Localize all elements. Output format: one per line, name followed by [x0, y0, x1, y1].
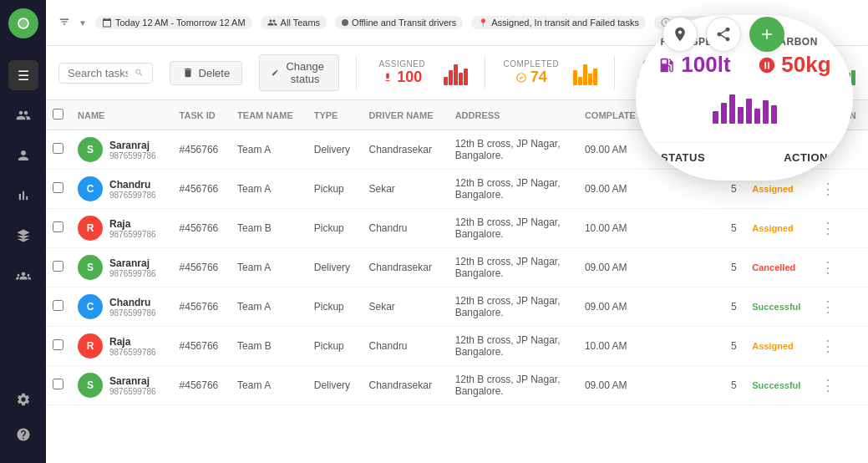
action-dots-5[interactable]: ⋮	[820, 338, 837, 354]
topbar-arrow-icon: ▼	[79, 18, 87, 28]
sidebar-item-team[interactable]	[8, 100, 38, 130]
driver-phone-3: 9876599786	[109, 269, 156, 278]
row-checkbox-3[interactable]	[53, 261, 63, 272]
topbar-driver-filter: Offline and Transit drivers	[352, 18, 456, 28]
search-box[interactable]	[58, 63, 153, 84]
driver-phone-6: 9876599786	[109, 387, 156, 396]
row-checkbox-cell-0	[46, 130, 71, 170]
row-checkbox-cell-2	[46, 209, 71, 248]
row-checkbox-4[interactable]	[53, 300, 63, 311]
topbar-date-badge[interactable]: Today 12 AM - Tomorrow 12 AM	[95, 16, 252, 29]
table-row: C Chandru 9876599786 #456766 Team A Pick…	[46, 287, 868, 327]
row-status-3: Cancelled	[745, 248, 814, 287]
row-date-3: 09.00 AM	[578, 248, 724, 287]
row-address-2: 12th B cross, JP Nagar, Bangalore.	[449, 209, 578, 248]
filter-icon[interactable]	[58, 16, 70, 30]
driver-phone-5: 9876599786	[109, 348, 156, 357]
row-checkbox-6[interactable]	[53, 379, 63, 389]
row-driver-1: Sekar	[363, 170, 449, 209]
topbar-date-range: Today 12 AM - Tomorrow 12 AM	[115, 18, 246, 28]
sidebar-item-org[interactable]	[8, 221, 38, 251]
row-team-4: Team A	[231, 287, 307, 327]
row-team-6: Team A	[231, 366, 307, 405]
row-checkbox-0[interactable]	[53, 143, 63, 154]
row-address-1: 12th B cross, JP Nagar, Bangalore.	[449, 170, 578, 209]
status-badge-3: Cancelled	[752, 262, 795, 272]
row-address-5: 12th B cross, JP Nagar, Bangalore.	[449, 327, 578, 366]
action-dots-6[interactable]: ⋮	[820, 377, 837, 394]
sidebar-item-menu[interactable]: ☰	[8, 60, 38, 90]
sidebar-item-group[interactable]	[8, 261, 38, 291]
change-status-button[interactable]: Change status	[259, 54, 339, 91]
popup-fuel-number: 100lt	[681, 52, 730, 78]
driver-phone-2: 9876599786	[109, 230, 156, 239]
row-checkbox-2[interactable]	[53, 221, 63, 232]
name-info-2: Raja 9876599786	[109, 218, 156, 239]
avatar-6: S	[78, 373, 103, 398]
row-team-3: Team A	[231, 248, 307, 287]
action-dots-1[interactable]: ⋮	[820, 181, 837, 197]
driver-name-0: Saranraj	[109, 140, 156, 151]
header-name: NAME	[71, 100, 173, 130]
select-all-checkbox[interactable]	[53, 109, 63, 120]
header-team-name: TEAM NAME	[231, 100, 307, 130]
row-driver-4: Sekar	[363, 287, 449, 327]
row-team-2: Team B	[231, 209, 307, 248]
table-row: R Raja 9876599786 #456766 Team B Pickup …	[46, 327, 868, 366]
name-info-5: Raja 9876599786	[109, 336, 156, 357]
row-driver-5: Chandru	[363, 327, 449, 366]
row-checkbox-5[interactable]	[53, 339, 63, 350]
action-dots-2[interactable]: ⋮	[820, 220, 837, 237]
topbar-task-badge[interactable]: 📍 Assigned, In transit and Failed tasks	[471, 16, 646, 29]
row-type-4: Pickup	[307, 287, 363, 327]
delete-button[interactable]: Delete	[170, 61, 243, 85]
row-type-6: Delivery	[307, 366, 363, 405]
row-type-1: Pickup	[307, 170, 363, 209]
sidebar-item-chart[interactable]	[8, 181, 38, 211]
divider-1	[356, 56, 357, 89]
action-dots-4[interactable]: ⋮	[820, 298, 837, 315]
sidebar-item-help[interactable]	[8, 420, 38, 450]
name-info-0: Saranraj 9876599786	[109, 140, 156, 160]
action-dots-3[interactable]: ⋮	[820, 259, 837, 276]
name-info-1: Chandru 9876599786	[109, 179, 156, 200]
search-input[interactable]	[68, 67, 128, 79]
row-count-3: 5	[724, 248, 745, 287]
table-row: S Saranraj 9876599786 #456766 Team A Del…	[46, 248, 868, 287]
row-date-5: 10.00 AM	[578, 327, 724, 366]
avatar-2: R	[78, 216, 103, 241]
row-task-id-3: #456766	[173, 248, 231, 287]
sidebar-item-person[interactable]	[8, 140, 38, 170]
row-count-2: 5	[724, 209, 745, 248]
header-task-id: TASK ID	[173, 100, 231, 130]
driver-name-6: Saranraj	[109, 375, 156, 387]
driver-phone-4: 9876599786	[109, 308, 156, 318]
location-icon-button[interactable]	[662, 17, 698, 52]
name-info-3: Saranraj 9876599786	[109, 257, 156, 278]
row-address-4: 12th B cross, JP Nagar, Bangalore.	[449, 287, 578, 327]
sidebar-logo[interactable]	[8, 8, 38, 38]
add-icon-button[interactable]	[749, 17, 784, 52]
stat-completed-label: COMPLETED	[503, 59, 559, 69]
topbar-driver-badge[interactable]: Offline and Transit drivers	[335, 16, 463, 29]
row-checkbox-1[interactable]	[53, 182, 63, 193]
row-driver-3: Chandrasekar	[363, 248, 449, 287]
sidebar: ☰	[0, 0, 46, 463]
row-checkbox-cell-4	[46, 287, 71, 327]
row-action-5: ⋮	[814, 327, 868, 366]
share-icon-button[interactable]	[706, 17, 741, 52]
row-action-6: ⋮	[814, 366, 868, 405]
row-type-3: Delivery	[307, 248, 363, 287]
row-type-2: Pickup	[307, 209, 363, 248]
avatar-4: C	[78, 294, 103, 319]
row-status-5: Assigned	[745, 327, 814, 366]
stat-completed: COMPLETED 74	[502, 59, 561, 86]
sidebar-item-settings[interactable]	[8, 384, 38, 415]
row-status-6: Successful	[745, 366, 814, 405]
completed-number: 74	[530, 69, 547, 86]
header-checkbox	[46, 100, 71, 130]
row-address-0: 12th B cross, JP Nagar, Bangalore.	[449, 130, 578, 170]
row-team-0: Team A	[231, 130, 307, 170]
row-action-1: ⋮	[814, 170, 868, 209]
topbar-team-badge[interactable]: All Teams	[261, 16, 327, 29]
